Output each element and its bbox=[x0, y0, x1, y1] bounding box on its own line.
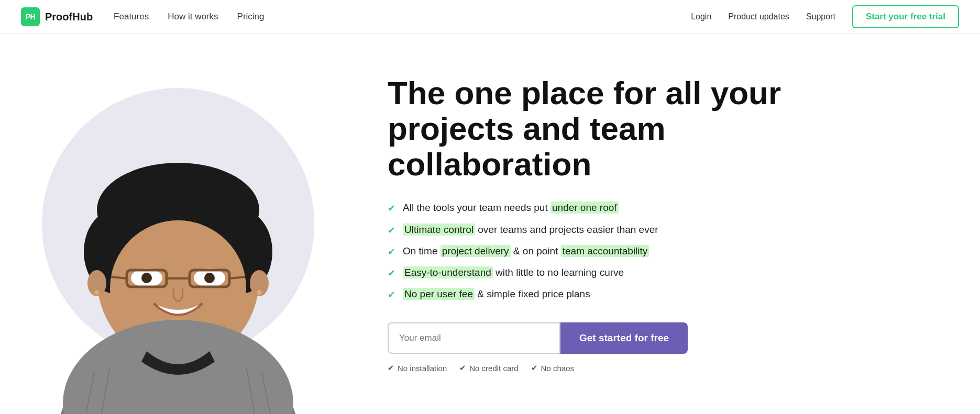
highlight-text: under one roof bbox=[550, 202, 619, 214]
highlight-text: No per user fee bbox=[403, 288, 475, 300]
hero-title: The one place for all your projects and … bbox=[388, 75, 817, 183]
note-no-credit-card: ✔ No credit card bbox=[459, 363, 518, 373]
hero-image-area bbox=[0, 34, 356, 414]
list-item: ✔ On time project delivery & on point te… bbox=[388, 244, 817, 259]
nav-product-updates[interactable]: Product updates bbox=[728, 12, 789, 21]
hero-person-image bbox=[42, 58, 314, 414]
start-trial-button[interactable]: Start your free trial bbox=[852, 5, 959, 28]
highlight-text: team accountability bbox=[561, 245, 649, 257]
check-icon: ✔ bbox=[531, 363, 538, 373]
list-item: ✔ All the tools your team needs put unde… bbox=[388, 201, 817, 215]
list-item: ✔ Ultimate control over teams and projec… bbox=[388, 223, 817, 237]
highlight-text: Ultimate control bbox=[403, 223, 475, 236]
checkmark-icon: ✔ bbox=[388, 245, 395, 259]
highlight-text: project delivery bbox=[441, 245, 511, 257]
nav-support[interactable]: Support bbox=[806, 12, 835, 21]
hero-section: The one place for all your projects and … bbox=[0, 34, 980, 414]
nav-pricing[interactable]: Pricing bbox=[237, 12, 265, 22]
svg-point-10 bbox=[204, 273, 215, 283]
checkmark-icon: ✔ bbox=[388, 267, 395, 280]
nav-right: Login Product updates Support Start your… bbox=[691, 5, 959, 28]
svg-point-19 bbox=[257, 290, 262, 295]
svg-point-9 bbox=[141, 273, 152, 283]
note-no-chaos: ✔ No chaos bbox=[531, 363, 574, 373]
note-no-installation: ✔ No installation bbox=[388, 363, 447, 373]
cta-notes: ✔ No installation ✔ No credit card ✔ No … bbox=[388, 363, 817, 373]
check-icon: ✔ bbox=[459, 363, 466, 373]
logo-link[interactable]: PH ProofHub bbox=[21, 7, 93, 26]
logo-icon: PH bbox=[21, 7, 40, 26]
checkmark-icon: ✔ bbox=[388, 224, 395, 237]
check-icon: ✔ bbox=[388, 363, 394, 373]
header: PH ProofHub Features How it works Pricin… bbox=[0, 0, 980, 34]
svg-point-18 bbox=[94, 290, 100, 295]
checkmark-icon: ✔ bbox=[388, 202, 395, 215]
list-item: ✔ No per user fee & simple fixed price p… bbox=[388, 287, 817, 301]
main-nav: Features How it works Pricing bbox=[114, 12, 264, 22]
nav-features[interactable]: Features bbox=[114, 12, 149, 22]
hero-content: The one place for all your projects and … bbox=[356, 44, 859, 405]
highlight-text: Easy-to-understand bbox=[403, 266, 493, 278]
list-item: ✔ Easy-to-understand with little to no l… bbox=[388, 266, 817, 280]
email-input[interactable] bbox=[388, 322, 560, 354]
checkmark-icon: ✔ bbox=[388, 288, 395, 301]
get-started-button[interactable]: Get started for free bbox=[560, 322, 688, 354]
feature-list: ✔ All the tools your team needs put unde… bbox=[388, 201, 817, 301]
cta-row: Get started for free bbox=[388, 322, 817, 354]
nav-login[interactable]: Login bbox=[691, 12, 711, 21]
logo-text: ProofHub bbox=[45, 11, 93, 23]
nav-how-it-works[interactable]: How it works bbox=[168, 12, 218, 22]
